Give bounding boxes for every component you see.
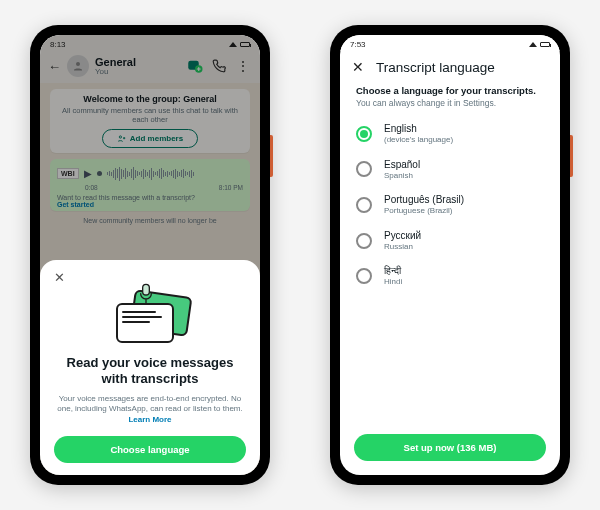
page-subheader: Choose a language for your transcripts. …: [340, 85, 560, 108]
sub-title: Choose a language for your transcripts.: [356, 85, 544, 96]
page-header: ✕ Transcript language: [340, 51, 560, 85]
phone-left: 8:13 ← General You ⋮: [30, 25, 270, 485]
page-title: Transcript language: [376, 60, 495, 75]
close-icon[interactable]: ✕: [352, 59, 364, 75]
language-name: हिन्दी: [384, 265, 402, 277]
language-name: Русский: [384, 230, 421, 242]
language-option[interactable]: Português (Brasil)Portuguese (Brazil): [344, 187, 556, 223]
status-time: 7:53: [350, 40, 366, 49]
language-option[interactable]: EspañolSpanish: [344, 152, 556, 188]
language-name: Español: [384, 159, 420, 171]
signal-icon: [529, 42, 537, 47]
screen: 8:13 ← General You ⋮: [40, 35, 260, 475]
language-name: Português (Brasil): [384, 194, 464, 206]
sheet-illustration: [110, 287, 190, 347]
sub-hint: You can always change it in Settings.: [356, 98, 544, 108]
language-name: English: [384, 123, 453, 135]
battery-icon: [540, 42, 550, 47]
language-sub: Portuguese (Brazil): [384, 206, 464, 216]
language-list: English(device's language)EspañolSpanish…: [340, 108, 560, 424]
choose-language-button[interactable]: Choose language: [54, 436, 246, 463]
sheet-body: Your voice messages are end-to-end encry…: [57, 394, 242, 414]
language-option[interactable]: हिन्दीHindi: [344, 258, 556, 294]
svg-rect-4: [143, 284, 150, 295]
setup-now-button[interactable]: Set up now (136 MB): [354, 434, 546, 461]
learn-more-link[interactable]: Learn More: [128, 415, 171, 424]
radio-icon[interactable]: [356, 126, 372, 142]
language-sub: (device's language): [384, 135, 453, 145]
radio-icon[interactable]: [356, 268, 372, 284]
transcript-sheet: ✕ Read your voice messages with transcri…: [40, 260, 260, 475]
language-sub: Hindi: [384, 277, 402, 287]
status-bar: 7:53: [340, 35, 560, 51]
close-icon[interactable]: ✕: [54, 270, 65, 285]
sheet-heading: Read your voice messages with transcript…: [54, 355, 246, 388]
radio-icon[interactable]: [356, 161, 372, 177]
language-sub: Spanish: [384, 171, 420, 181]
language-sub: Russian: [384, 242, 421, 252]
radio-icon[interactable]: [356, 233, 372, 249]
language-option[interactable]: English(device's language): [344, 116, 556, 152]
radio-icon[interactable]: [356, 197, 372, 213]
power-button: [270, 135, 273, 177]
power-button: [570, 135, 573, 177]
mic-icon: [138, 283, 154, 307]
screen: 7:53 ✕ Transcript language Choose a lang…: [340, 35, 560, 475]
language-option[interactable]: РусскийRussian: [344, 223, 556, 259]
phone-right: 7:53 ✕ Transcript language Choose a lang…: [330, 25, 570, 485]
